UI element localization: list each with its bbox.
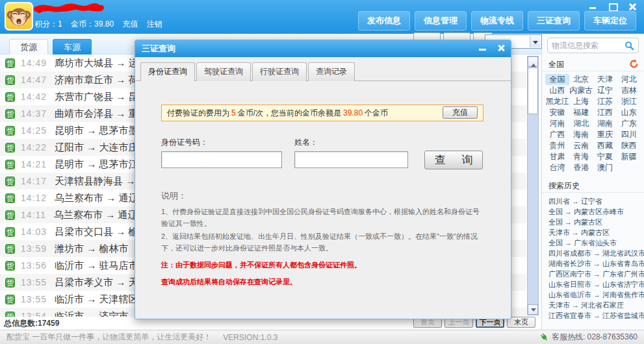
history-item[interactable]: 广西区南宁市 → 广东省广州市 xyxy=(548,269,644,279)
minimize-icon[interactable] xyxy=(588,3,599,10)
nav-button[interactable]: 车辆定位 xyxy=(584,11,636,31)
nav-button[interactable]: 物流专线 xyxy=(471,11,523,31)
region-link[interactable]: 湖北 xyxy=(569,118,593,129)
plug-icon xyxy=(538,331,550,343)
history-item[interactable]: 全国 → 内蒙古区 xyxy=(548,217,644,227)
region-link[interactable]: 甘肃 xyxy=(545,151,569,162)
region-header-label: 全国 xyxy=(548,60,564,69)
region-link[interactable]: 宁夏 xyxy=(593,151,617,162)
dialog-tab[interactable]: 驾驶证查询 xyxy=(196,62,251,81)
region-link[interactable]: 澳门 xyxy=(593,162,617,173)
item-time: 14:17 xyxy=(21,176,47,186)
nav-button[interactable]: 三证查询 xyxy=(528,11,580,31)
list-scrollbar[interactable] xyxy=(527,56,539,315)
region-link[interactable]: 山西 xyxy=(545,85,569,96)
nav-button[interactable]: 信息管理 xyxy=(415,11,467,31)
refresh-icon[interactable] xyxy=(629,59,639,69)
dialog-tab[interactable]: 行驶证查询 xyxy=(252,62,307,81)
recharge-link[interactable]: 充值 xyxy=(122,19,138,29)
region-link[interactable]: 黑龙江 xyxy=(545,96,569,107)
region-link[interactable]: 湖南 xyxy=(593,118,617,129)
region-link[interactable]: 香港 xyxy=(569,162,593,173)
dialog-minimize-icon[interactable] xyxy=(478,44,487,52)
recharge-button[interactable]: 充值 xyxy=(443,106,478,119)
search-box[interactable] xyxy=(547,38,639,53)
region-link[interactable]: 云南 xyxy=(569,140,593,151)
source-tab[interactable]: 货源 xyxy=(9,39,48,55)
name-label: 姓名： xyxy=(294,137,318,148)
page-button[interactable]: 末页 xyxy=(507,317,535,328)
cargo-badge: 货 xyxy=(5,160,15,169)
region-link[interactable]: 江苏 xyxy=(593,96,617,107)
region-link[interactable]: 四川 xyxy=(617,129,641,140)
region-link[interactable]: 吉林 xyxy=(617,85,641,96)
scroll-up-icon[interactable] xyxy=(528,56,538,67)
dialog-titlebar[interactable]: 三证查询 xyxy=(135,40,511,57)
history-item[interactable]: 天津市 → 内蒙古区 xyxy=(548,227,644,238)
region-link[interactable]: 新疆 xyxy=(617,151,641,162)
dialog-close-icon[interactable] xyxy=(496,44,506,52)
fee-notice: 充值 付费验证的费用为5金币/次，您当前的金币余额是39.80个金币 xyxy=(161,104,483,121)
region-link[interactable]: 台湾 xyxy=(545,162,569,173)
history-item[interactable]: 山东省临沂市 → 河南省焦作市 xyxy=(548,289,644,300)
history-item[interactable]: 四川省 → 辽宁省 xyxy=(548,196,644,206)
close-icon[interactable] xyxy=(627,3,638,10)
region-link[interactable]: 河南 xyxy=(545,118,569,129)
item-route: 临沂市 → 驻马店市 xyxy=(55,260,138,272)
region-link[interactable]: 福建 xyxy=(569,107,593,118)
instructions: 说明： 1、付费身份证验证是直接连接到中国全国公民身份证号码查询服务中心，根据输… xyxy=(161,190,482,287)
history-item[interactable]: 全国 → 广东省汕头市 xyxy=(548,238,644,248)
region-link[interactable]: 全国 xyxy=(545,74,569,85)
scrollbar-thumb[interactable] xyxy=(528,68,538,114)
user-avatar[interactable] xyxy=(5,2,33,31)
name-field[interactable] xyxy=(294,151,408,168)
item-route: 乌兰察布市 → 通辽 xyxy=(55,192,138,204)
region-link[interactable]: 海南 xyxy=(569,129,593,140)
source-tab[interactable]: 车源 xyxy=(53,39,92,55)
id-number-field[interactable] xyxy=(161,151,282,168)
search-input[interactable] xyxy=(552,41,625,50)
scroll-down-icon[interactable] xyxy=(528,304,538,315)
region-link[interactable]: 重庆 xyxy=(593,129,617,140)
item-time: 14:03 xyxy=(21,227,47,237)
history-item[interactable]: 全国 → 内蒙古区赤峰市 xyxy=(548,206,644,217)
item-time: 14:49 xyxy=(21,58,47,68)
search-history-list: 四川省 → 辽宁省全国 → 内蒙古区赤峰市全国 → 内蒙古区天津市 → 内蒙古区… xyxy=(542,193,644,321)
region-link[interactable]: 河北 xyxy=(617,74,641,85)
redacted-username-scribble xyxy=(34,3,104,15)
region-link[interactable]: 广西 xyxy=(545,129,569,140)
item-time: 14:37 xyxy=(21,108,47,119)
history-item[interactable]: 四川省成都市 → 湖北省武汉市 xyxy=(548,248,644,258)
region-link[interactable]: 浙江 xyxy=(617,96,641,107)
region-link[interactable]: 贵州 xyxy=(545,140,569,151)
region-link[interactable]: 安徽 xyxy=(545,107,569,118)
dialog-tab[interactable]: 查询记录 xyxy=(308,62,355,81)
history-item[interactable]: 天津市 → 河北省石家庄 xyxy=(548,300,644,310)
region-link[interactable]: 广东 xyxy=(617,118,641,129)
region-link[interactable]: 辽宁 xyxy=(593,85,617,96)
cargo-badge: 货 xyxy=(5,295,15,304)
history-item[interactable]: 山东省日照市 → 山东省济宁市 xyxy=(548,279,644,289)
region-link[interactable]: 西藏 xyxy=(593,140,617,151)
region-link[interactable]: 陕西 xyxy=(617,140,641,151)
dialog-tab[interactable]: 身份证查询 xyxy=(140,62,195,81)
region-link[interactable]: 江西 xyxy=(593,107,617,118)
region-link[interactable]: 天津 xyxy=(593,74,617,85)
instruction-line: 2、返回结果包括初始发证地、出生年月日、性别及验证结果（一致或不一致）。在结果"… xyxy=(161,231,482,254)
history-item[interactable]: 江西省宜春市 → 江苏省盐城市 xyxy=(548,310,644,321)
instruction-line: 1、付费身份证验证是直接连接到中国全国公民身份证号码查询服务中心，根据输入的姓名… xyxy=(161,206,482,229)
region-link[interactable]: 内蒙古 xyxy=(569,85,593,96)
region-link[interactable]: 上海 xyxy=(569,96,593,107)
cargo-badge: 货 xyxy=(5,177,15,186)
region-link[interactable]: 青海 xyxy=(569,151,593,162)
query-form: 身份证号码： 姓名： 查 询 xyxy=(161,137,482,175)
logout-link[interactable]: 注销 xyxy=(147,19,162,29)
maximize-icon[interactable] xyxy=(608,3,618,10)
region-link[interactable]: 北京 xyxy=(569,74,593,85)
nav-button[interactable]: 发布信息 xyxy=(358,11,410,31)
search-icon[interactable] xyxy=(625,41,634,51)
item-route: 乌兰察布市 → 通辽 xyxy=(54,209,137,221)
query-button[interactable]: 查 询 xyxy=(424,151,483,169)
history-item[interactable]: 湖南省长沙市 → 山东省青岛市 xyxy=(548,258,644,269)
region-link[interactable]: 山东 xyxy=(617,107,641,118)
